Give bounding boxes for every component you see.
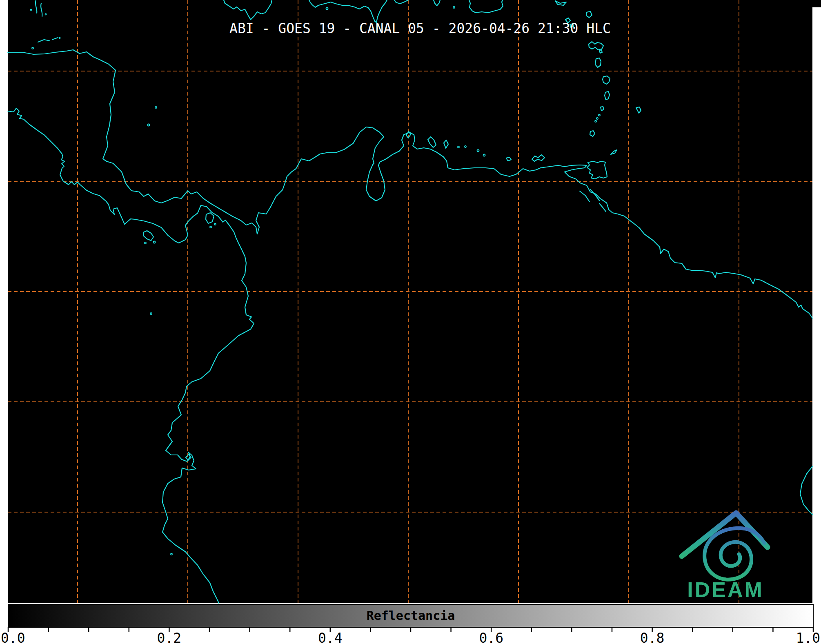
colorbar-tick-label: 1.0 xyxy=(796,630,820,644)
colorbar: 0.00.20.40.60.81.0 Reflectancia xyxy=(1,604,820,644)
colorbar-tick-label: 0.8 xyxy=(640,630,665,644)
colorbar-tick-label: 0.2 xyxy=(157,630,182,644)
colorbar-tick-labels: 0.00.20.40.60.81.0 xyxy=(1,630,820,644)
colorbar-ticks xyxy=(8,627,813,632)
colorbar-tick-label: 0.6 xyxy=(479,630,503,644)
goes-satellite-figure: ABI - GOES 19 - CANAL 05 - 2026-04-26 21… xyxy=(0,0,821,644)
figure-title: ABI - GOES 19 - CANAL 05 - 2026-04-26 21… xyxy=(229,20,611,36)
colorbar-title: Reflectancia xyxy=(367,608,455,623)
colorbar-tick-label: 0.4 xyxy=(318,630,343,644)
colorbar-tick-label: 0.0 xyxy=(1,630,25,644)
map-background xyxy=(8,0,812,603)
logo-text: IDEAM xyxy=(687,578,764,602)
map-top-right-notch xyxy=(812,0,821,7)
